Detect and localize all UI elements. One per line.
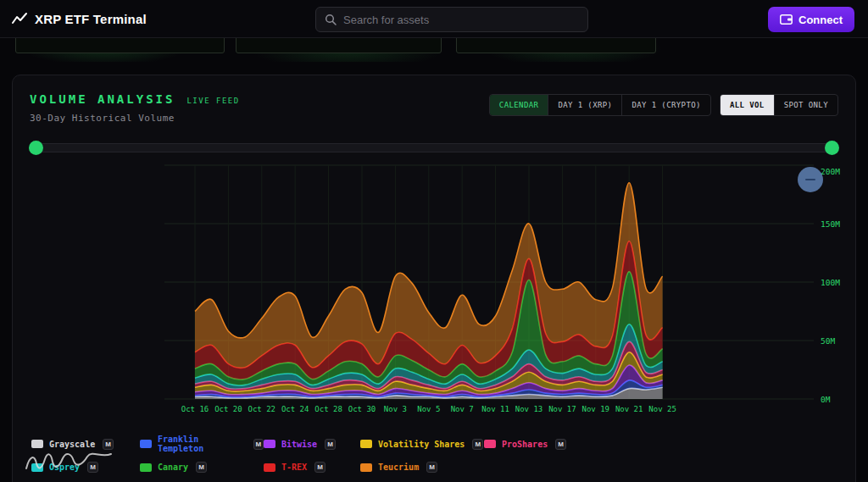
date-range-slider[interactable] (31, 141, 837, 155)
svg-text:150M: 150M (821, 219, 840, 229)
svg-text:100M: 100M (821, 278, 840, 287)
mode-button-group: ALL VOLSPOT ONLY (720, 94, 838, 116)
filter-button-day-1-xrp[interactable]: DAY 1 (XRP) (548, 95, 621, 115)
panel-title-block: VOLUME ANALYSIS LIVE FEED 30-Day Histori… (30, 92, 240, 124)
legend-swatch (360, 440, 372, 448)
wallet-icon (780, 14, 793, 25)
legend-swatch (31, 463, 43, 472)
legend-m-badge[interactable]: M (426, 462, 437, 473)
view-button-group: CALENDARDAY 1 (XRP)DAY 1 (CRYPTO) (489, 94, 711, 116)
legend-m-badge[interactable]: M (87, 462, 98, 473)
panel-title: VOLUME ANALYSIS (30, 92, 175, 106)
legend-item-volatility-shares[interactable]: Volatility SharesM (360, 435, 484, 453)
collapse-chart-button[interactable] (798, 167, 823, 192)
legend-label: Volatility Shares (378, 440, 465, 449)
svg-text:Oct 24: Oct 24 (281, 405, 309, 413)
volume-stacked-area-chart: 0M50M100M150M200MOct 16Oct 20Oct 22Oct 2… (14, 157, 854, 426)
legend-label: Franklin Templeton (158, 435, 246, 453)
legend-label: Grayscale (49, 440, 95, 449)
legend-item-bitwise[interactable]: BitwiseM (264, 435, 360, 453)
legend-item-proshares[interactable]: ProSharesM (484, 435, 837, 453)
volume-analysis-panel: VOLUME ANALYSIS LIVE FEED 30-Day Histori… (12, 75, 856, 482)
legend-label: T-REX (281, 463, 307, 472)
live-feed-badge: LIVE FEED (186, 97, 239, 105)
legend-m-badge[interactable]: M (325, 439, 336, 450)
legend-swatch (31, 440, 43, 448)
panel-subtitle: 30-Day Historical Volume (30, 113, 240, 124)
top-navigation-bar: XRP ETF Terminal Connect (0, 0, 868, 38)
filter-button-day-1-crypto[interactable]: DAY 1 (CRYPTO) (621, 95, 709, 115)
legend-m-badge[interactable]: M (196, 462, 207, 473)
minus-icon (805, 179, 815, 181)
legend-swatch (140, 440, 152, 448)
filter-button-all-vol[interactable]: ALL VOL (721, 95, 774, 115)
issuer-legend: GrayscaleMFranklin TempletonMBitwiseMVol… (31, 435, 837, 473)
legend-label: Osprey (49, 463, 80, 472)
svg-text:Nov 5: Nov 5 (417, 405, 440, 413)
search-icon (325, 14, 337, 25)
filter-button-spot-only[interactable]: SPOT ONLY (774, 95, 837, 115)
svg-text:Oct 16: Oct 16 (181, 405, 209, 413)
legend-swatch (140, 463, 152, 472)
svg-text:Nov 25: Nov 25 (648, 405, 676, 413)
svg-text:Nov 7: Nov 7 (451, 405, 474, 413)
svg-text:Nov 21: Nov 21 (615, 405, 643, 413)
slider-track[interactable] (31, 143, 837, 152)
legend-swatch (264, 440, 275, 448)
svg-text:200M: 200M (821, 167, 840, 176)
app-title: XRP ETF Terminal (35, 12, 147, 26)
legend-item-franklin-templeton[interactable]: Franklin TempletonM (140, 435, 264, 453)
legend-m-badge[interactable]: M (314, 462, 326, 473)
asset-search-box (315, 7, 588, 32)
legend-label: Canary (158, 463, 188, 472)
search-input[interactable] (343, 14, 579, 26)
slider-handle-left[interactable] (29, 141, 43, 155)
svg-text:Oct 20: Oct 20 (214, 405, 242, 413)
filter-button-groups: CALENDARDAY 1 (XRP)DAY 1 (CRYPTO) ALL VO… (489, 94, 838, 116)
svg-text:Oct 28: Oct 28 (314, 405, 342, 413)
legend-swatch (484, 440, 496, 448)
app-logo: XRP ETF Terminal (12, 12, 147, 26)
svg-text:Nov 13: Nov 13 (515, 405, 543, 413)
legend-swatch (360, 463, 372, 472)
svg-text:Nov 11: Nov 11 (481, 405, 509, 413)
legend-item-t-rex[interactable]: T-REXM (264, 462, 360, 473)
legend-item-teucrium[interactable]: TeucriumM (360, 462, 484, 473)
legend-swatch (264, 463, 275, 472)
svg-text:Nov 3: Nov 3 (384, 405, 407, 413)
filter-button-calendar[interactable]: CALENDAR (490, 95, 548, 115)
legend-item-osprey[interactable]: OspreyM (31, 462, 140, 473)
chart-area: 0M50M100M150M200MOct 16Oct 20Oct 22Oct 2… (13, 157, 855, 426)
svg-text:0M: 0M (821, 395, 831, 404)
legend-label: Bitwise (281, 440, 317, 449)
legend-m-badge[interactable]: M (555, 439, 566, 450)
panel-header: VOLUME ANALYSIS LIVE FEED 30-Day Histori… (13, 75, 855, 124)
svg-text:50M: 50M (821, 336, 835, 346)
legend-item-grayscale[interactable]: GrayscaleM (31, 435, 140, 453)
slider-handle-right[interactable] (825, 141, 839, 155)
svg-text:Oct 22: Oct 22 (248, 405, 276, 413)
stats-card-strip (0, 38, 868, 62)
svg-text:Nov 19: Nov 19 (582, 405, 610, 413)
svg-text:Nov 17: Nov 17 (548, 405, 576, 413)
legend-m-badge[interactable]: M (103, 439, 114, 450)
legend-m-badge[interactable]: M (472, 439, 483, 450)
legend-label: ProShares (502, 440, 548, 449)
legend-label: Teucrium (378, 463, 419, 472)
legend-m-badge[interactable]: M (253, 439, 264, 450)
legend-item-canary[interactable]: CanaryM (140, 462, 264, 473)
connect-label: Connect (798, 14, 843, 26)
trend-line-icon (12, 12, 27, 25)
svg-text:Oct 30: Oct 30 (348, 405, 376, 413)
connect-wallet-button[interactable]: Connect (768, 7, 854, 32)
